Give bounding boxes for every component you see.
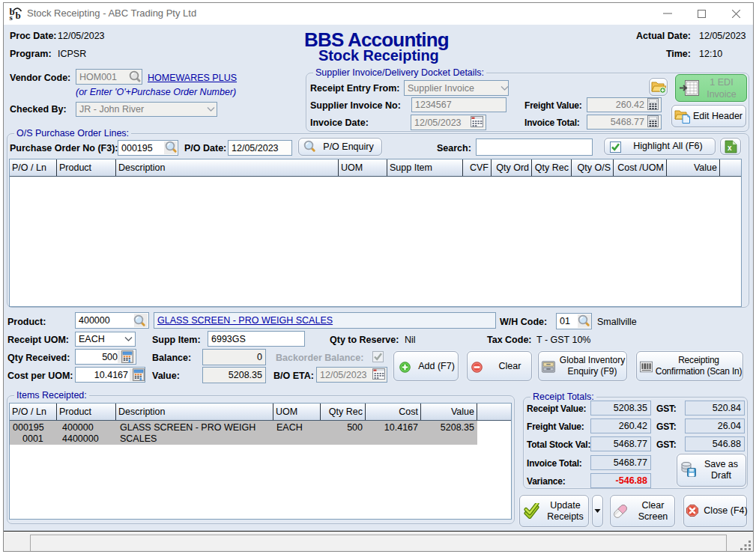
svg-text:x: x <box>728 144 732 152</box>
svg-text:b: b <box>16 10 21 21</box>
svg-text:s: s <box>10 13 13 20</box>
